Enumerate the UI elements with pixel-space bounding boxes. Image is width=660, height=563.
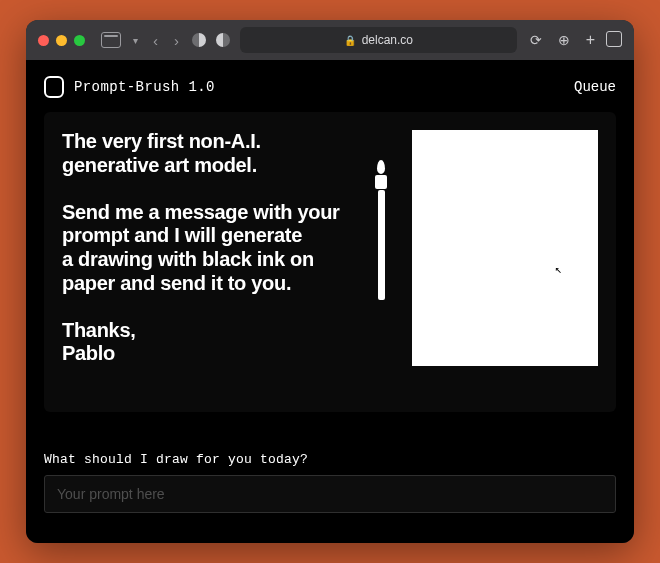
forward-button[interactable]: › [171,32,182,49]
cursor-icon: ↖ [555,262,562,277]
queue-link[interactable]: Queue [574,79,616,95]
browser-window: ▾ ‹ › 🔒 delcan.co ⟳ ⊕ + Prompt-Brush 1.0… [26,20,634,543]
window-controls [38,35,85,46]
reader-mode-icon[interactable] [216,33,230,47]
drawing-canvas: ↖ [412,130,598,366]
close-window-button[interactable] [38,35,49,46]
prompt-area: What should I draw for you today? [44,452,616,513]
new-tab-button[interactable]: + [583,31,598,49]
reload-button[interactable]: ⟳ [527,32,545,48]
brush-illustration [368,130,394,394]
maximize-window-button[interactable] [74,35,85,46]
prompt-label: What should I draw for you today? [44,452,616,467]
prompt-input[interactable] [44,475,616,513]
paintbrush-icon [375,160,387,300]
hero-panel: The very first non-A.I. generative art m… [44,112,616,412]
app-topbar: Prompt-Brush 1.0 Queue [44,76,616,98]
address-bar[interactable]: 🔒 delcan.co [240,27,517,53]
chevron-down-icon[interactable]: ▾ [131,35,140,46]
downloads-icon[interactable]: ⊕ [555,32,573,48]
browser-chrome: ▾ ‹ › 🔒 delcan.co ⟳ ⊕ + [26,20,634,60]
lock-icon: 🔒 [344,35,356,46]
brand[interactable]: Prompt-Brush 1.0 [44,76,215,98]
back-button[interactable]: ‹ [150,32,161,49]
page-content: Prompt-Brush 1.0 Queue The very first no… [26,60,634,543]
url-host: delcan.co [362,33,413,47]
minimize-window-button[interactable] [56,35,67,46]
hero-text: The very first non-A.I. generative art m… [62,130,350,394]
brand-logo-icon [44,76,64,98]
sidebar-toggle-icon[interactable] [101,32,121,48]
tab-overview-icon[interactable] [608,33,622,47]
brand-name: Prompt-Brush 1.0 [74,79,215,95]
privacy-report-icon[interactable] [192,33,206,47]
